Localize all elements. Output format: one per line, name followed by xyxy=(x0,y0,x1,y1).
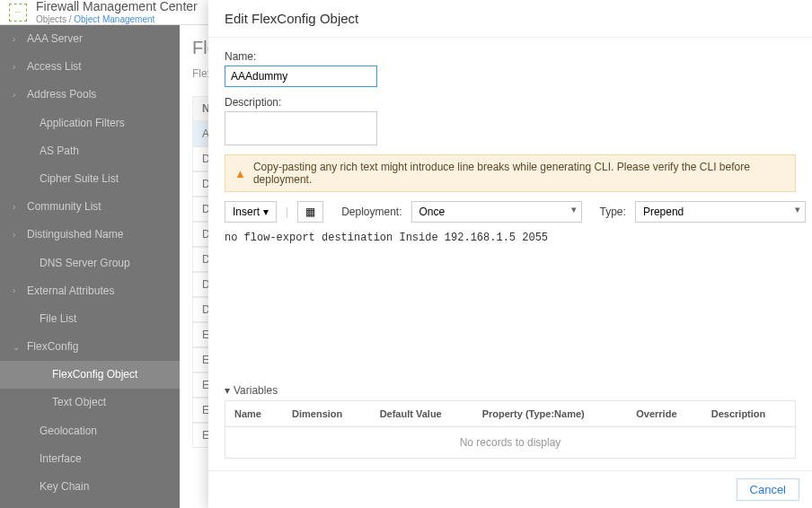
name-input[interactable] xyxy=(225,66,377,87)
sidebar-item[interactable]: ›Address Pools xyxy=(0,81,180,109)
cli-editor[interactable]: no flow-export destination Inside 192.16… xyxy=(225,228,796,381)
warning-banner: ▲ Copy-pasting any rich text might intro… xyxy=(225,154,796,192)
app-logo-icon: ··· xyxy=(9,4,27,22)
warning-text: Copy-pasting any rich text might introdu… xyxy=(253,161,786,186)
editor-toolbar: Insert ▾ | ▦ Deployment: Once Type: Prep… xyxy=(225,197,796,228)
description-label: Description: xyxy=(225,96,796,109)
sidebar-item-label: External Attributes xyxy=(27,283,114,300)
sidebar-item-label: Application Filters xyxy=(40,115,125,132)
sidebar-item-label: File List xyxy=(40,311,76,328)
sidebar-item-label: FlexConfig xyxy=(27,338,78,355)
chevron-right-icon: › xyxy=(13,228,20,242)
sidebar-item[interactable]: FlexConfig Object xyxy=(0,361,180,389)
sidebar-item-label: Cipher Suite List xyxy=(40,171,119,188)
variables-col-header: Property (Type:Name) xyxy=(473,401,628,427)
variables-col-header: Description xyxy=(702,401,796,427)
insert-button[interactable]: Insert ▾ xyxy=(225,201,277,223)
sidebar-item-label: DNS Server Group xyxy=(40,255,130,272)
sidebar-item[interactable]: ›External Attributes xyxy=(0,277,180,305)
sidebar-item-label: Key Chain xyxy=(40,478,89,495)
variables-col-header: Default Value xyxy=(371,401,473,427)
chevron-right-icon: › xyxy=(13,88,20,102)
description-input[interactable] xyxy=(225,111,377,145)
breadcrumb-current[interactable]: Object Management xyxy=(74,14,154,24)
sidebar-item-label: FlexConfig Object xyxy=(52,366,137,383)
sidebar-item[interactable]: ›Community List xyxy=(0,193,180,221)
sidebar-item-label: Geolocation xyxy=(40,423,97,440)
sidebar-item[interactable]: Key Chain xyxy=(0,473,180,501)
edit-flexconfig-modal: Edit FlexConfig Object Name: Description… xyxy=(208,0,812,508)
sidebar-item[interactable]: Geolocation xyxy=(0,417,180,445)
breadcrumb: Objects / Object Management xyxy=(36,14,198,24)
chevron-down-icon: ⌄ xyxy=(13,340,20,355)
modal-title: Edit FlexConfig Object xyxy=(208,0,812,38)
sidebar-item[interactable]: AS Path xyxy=(0,137,180,165)
sidebar-item[interactable]: Cipher Suite List xyxy=(0,165,180,193)
chevron-right-icon: › xyxy=(13,284,20,298)
cancel-button[interactable]: Cancel xyxy=(737,478,799,501)
chevron-down-icon: ▾ xyxy=(225,384,230,397)
sidebar-item[interactable]: DNS Server Group xyxy=(0,250,180,277)
warning-icon: ▲ xyxy=(234,167,246,180)
sidebar-item[interactable]: ›Access List xyxy=(0,53,180,81)
variables-table: NameDimensionDefault ValueProperty (Type… xyxy=(225,400,796,459)
sidebar-item-label: Interface xyxy=(40,451,82,468)
sidebar-item-label: Community List xyxy=(27,198,102,215)
app-title: Firewall Management Center xyxy=(36,0,198,13)
sidebar-item[interactable]: ›AAA Server xyxy=(0,25,180,53)
chevron-right-icon: › xyxy=(13,200,20,215)
type-label: Type: xyxy=(600,206,626,218)
type-select[interactable]: Prepend xyxy=(635,201,806,223)
sidebar-item[interactable]: Interface xyxy=(0,445,180,473)
chevron-right-icon: › xyxy=(13,60,20,74)
deployment-select[interactable]: Once xyxy=(411,201,582,223)
deployment-label: Deployment: xyxy=(341,206,402,218)
sidebar-item-label: Distinguished Name xyxy=(27,226,123,243)
table-icon-button[interactable]: ▦ xyxy=(297,201,323,223)
sidebar-item-label: AAA Server xyxy=(27,31,83,48)
chevron-down-icon: ▾ xyxy=(263,206,269,218)
sidebar-item[interactable]: File List xyxy=(0,305,180,333)
sidebar-item-label: AS Path xyxy=(40,143,79,160)
breadcrumb-parent[interactable]: Objects xyxy=(36,14,66,24)
name-label: Name: xyxy=(225,50,796,63)
sidebar-item[interactable]: ⌄FlexConfig xyxy=(0,333,180,361)
variables-empty: No records to display xyxy=(225,427,796,459)
variables-toggle[interactable]: ▾ Variables xyxy=(225,381,796,400)
sidebar-item-label: Address Pools xyxy=(27,86,96,103)
sidebar-item-label: Text Object xyxy=(52,394,106,411)
chevron-right-icon: › xyxy=(13,32,20,47)
sidebar-item[interactable]: ›Distinguished Name xyxy=(0,221,180,249)
sidebar-item-label: Access List xyxy=(27,58,82,75)
variables-col-header: Override xyxy=(627,401,702,427)
variables-col-header: Name xyxy=(225,401,284,427)
sidebar: ›AAA Server›Access List›Address PoolsApp… xyxy=(0,25,180,508)
sidebar-item[interactable]: Network xyxy=(0,501,180,508)
sidebar-item[interactable]: Text Object xyxy=(0,389,180,416)
variables-col-header: Dimension xyxy=(283,401,371,427)
sidebar-item[interactable]: Application Filters xyxy=(0,109,180,137)
